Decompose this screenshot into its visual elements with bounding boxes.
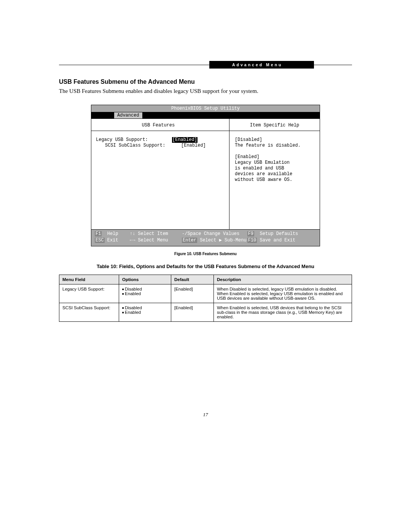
option-bullet: Disabled bbox=[122, 287, 168, 291]
bios-setting-label: Legacy USB Support: bbox=[96, 137, 172, 143]
bios-key-label: Help bbox=[107, 231, 118, 236]
table-cell-options: Disabled Enabled bbox=[119, 303, 171, 321]
bios-help-line: [Enabled] bbox=[235, 154, 314, 160]
table-cell-desc: When Disabled is selected, legacy USB em… bbox=[214, 284, 352, 303]
bios-screenshot: PhoenixBIOS Setup Utility Advanced USB F… bbox=[91, 105, 320, 246]
table-row: Legacy USB Support: Disabled Enabled [En… bbox=[59, 284, 352, 303]
bios-key-label: Change Values bbox=[204, 231, 240, 236]
table-header-row: Menu Field Options Default Description bbox=[59, 275, 352, 284]
table-cell-default: [Enabled] bbox=[171, 284, 214, 303]
bios-key-label: -/Space bbox=[182, 231, 201, 236]
bios-menu-bar: Advanced bbox=[91, 112, 320, 119]
table-header: Options bbox=[119, 275, 171, 284]
bios-help-line: without USB aware OS. bbox=[235, 177, 314, 183]
bios-key-label: Exit bbox=[107, 238, 118, 243]
table-title: Table 10: Fields, Options and Defaults f… bbox=[59, 264, 352, 269]
section-title: USB Features Submenu of the Advanced Men… bbox=[59, 78, 352, 85]
bios-right-panel-title: Item Specific Help bbox=[229, 119, 320, 131]
table-header: Description bbox=[214, 275, 352, 284]
bios-right-panel: Item Specific Help [Disabled] The featur… bbox=[229, 119, 320, 229]
figure-caption: Figure 10. USB Features Submenu bbox=[59, 252, 352, 256]
table-header: Default bbox=[171, 275, 214, 284]
bios-key-f9: F9 bbox=[247, 231, 254, 236]
bios-key-label: Select Menu bbox=[138, 238, 168, 243]
bios-title: PhoenixBIOS Setup Utility bbox=[91, 105, 320, 112]
intro-text: The USB Features Submenu enables and dis… bbox=[59, 88, 352, 95]
bios-setting-value-selected: [Enabled] bbox=[172, 137, 198, 143]
table-cell-default: [Enabled] bbox=[171, 303, 214, 321]
option-bullet: Enabled bbox=[122, 291, 168, 296]
bios-left-panel-title: USB Features bbox=[91, 119, 229, 131]
bios-help-line: [Disabled] bbox=[235, 137, 314, 143]
bios-key-esc: ESC bbox=[95, 238, 105, 243]
bios-setting-value: [Enabled] bbox=[181, 143, 206, 149]
options-table: Menu Field Options Default Description L… bbox=[59, 275, 352, 322]
bios-key-label: Select ▶ Sub-Menu bbox=[200, 238, 246, 243]
bios-setting-row: Legacy USB Support: [Enabled] bbox=[96, 137, 225, 143]
bios-key-f1: F1 bbox=[95, 231, 102, 236]
table-header: Menu Field bbox=[59, 275, 119, 284]
bios-help-line: is enabled and USB bbox=[235, 166, 314, 171]
table-cell-field: Legacy USB Support: bbox=[59, 284, 119, 303]
bios-key-label: Setup Defaults bbox=[260, 231, 298, 236]
bios-key-enter: Enter bbox=[182, 238, 197, 243]
page: Advanced Menu USB Features Submenu of th… bbox=[0, 0, 411, 532]
bios-help-line: devices are available bbox=[235, 171, 314, 177]
header-bar: Advanced Menu bbox=[209, 61, 314, 69]
table-cell-desc: When Enabled is selected, USB devices th… bbox=[214, 303, 352, 321]
bios-help-line: Legacy USB Emulation bbox=[235, 160, 314, 166]
option-bullet: Disabled bbox=[122, 305, 168, 310]
table-cell-field: SCSI SubClass Support: bbox=[59, 303, 119, 321]
option-bullet: Enabled bbox=[122, 310, 168, 315]
bios-key-label: Select Item bbox=[138, 231, 168, 236]
bios-setting-row: SCSI SubClass Support: [Enabled] bbox=[96, 143, 225, 149]
table-cell-options: Disabled Enabled bbox=[119, 284, 171, 303]
bios-setting-label: SCSI SubClass Support: bbox=[96, 143, 181, 149]
bios-help-text: [Disabled] The feature is disabled. [Ena… bbox=[229, 131, 320, 189]
bios-key-label: Save and Exit bbox=[260, 238, 295, 243]
page-number: 17 bbox=[0, 412, 411, 418]
bios-key-f10: F10 bbox=[247, 238, 257, 243]
table-row: SCSI SubClass Support: Disabled Enabled … bbox=[59, 303, 352, 321]
bios-left-panel: USB Features Legacy USB Support: [Enable… bbox=[91, 119, 229, 229]
bios-footer: F1 Help ↑↓ Select Item -/Space Change Va… bbox=[91, 229, 320, 246]
bios-menu-tab-advanced: Advanced bbox=[114, 112, 142, 118]
bios-help-line: The feature is disabled. bbox=[235, 143, 314, 149]
